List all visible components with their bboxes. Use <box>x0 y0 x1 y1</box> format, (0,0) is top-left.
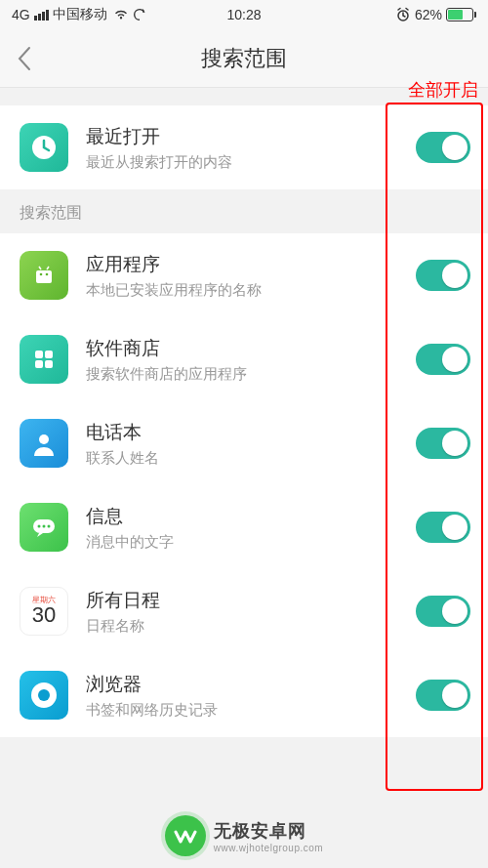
contact-icon <box>20 419 68 468</box>
item-title: 最近打开 <box>86 123 416 151</box>
item-store: 软件商店 搜索软件商店的应用程序 <box>0 317 488 401</box>
watermark-logo-icon <box>165 815 206 856</box>
svg-rect-5 <box>35 351 43 358</box>
toggle-browser[interactable] <box>416 680 470 711</box>
carrier-label: 中国移动 <box>53 6 107 23</box>
clock-icon <box>20 123 68 172</box>
svg-point-4 <box>46 273 49 276</box>
item-title: 软件商店 <box>86 335 416 363</box>
wifi-icon <box>113 9 129 21</box>
watermark-sub: www.wjhotelgroup.com <box>214 843 323 853</box>
section-header: 搜索范围 <box>0 189 488 233</box>
item-title: 浏览器 <box>86 671 416 699</box>
sync-icon <box>133 8 146 21</box>
svg-rect-7 <box>35 360 43 368</box>
svg-rect-6 <box>45 351 53 358</box>
signal-icon <box>34 10 49 21</box>
toggle-recent[interactable] <box>416 132 470 163</box>
item-messages: 信息 消息中的文字 <box>0 485 488 569</box>
annotation-label: 全部开启 <box>408 78 478 102</box>
status-time: 10:28 <box>167 7 322 22</box>
item-calendar: 星期六 30 所有日程 日程名称 <box>0 569 488 653</box>
item-browser: 浏览器 书签和网络历史记录 <box>0 653 488 737</box>
item-contacts: 电话本 联系人姓名 <box>0 401 488 485</box>
alarm-icon <box>395 7 411 22</box>
item-sub: 消息中的文字 <box>86 533 416 552</box>
svg-point-11 <box>38 525 41 528</box>
svg-point-9 <box>39 434 49 444</box>
calendar-date: 30 <box>32 604 56 626</box>
toggle-apps[interactable] <box>416 260 470 291</box>
watermark: 无极安卓网 www.wjhotelgroup.com <box>0 815 488 856</box>
item-recent: 最近打开 最近从搜索打开的内容 <box>0 105 488 189</box>
back-button[interactable] <box>0 29 49 88</box>
item-sub: 本地已安装应用程序的名称 <box>86 281 416 300</box>
status-bar: 4G 中国移动 10:28 62% <box>0 0 488 29</box>
item-sub: 书签和网络历史记录 <box>86 701 416 720</box>
item-title: 信息 <box>86 503 416 531</box>
watermark-main: 无极安卓网 <box>214 819 323 843</box>
page-title: 搜索范围 <box>0 44 488 73</box>
svg-rect-2 <box>36 270 52 283</box>
toggle-messages[interactable] <box>416 512 470 543</box>
chevron-left-icon <box>17 46 32 71</box>
item-title: 应用程序 <box>86 251 416 279</box>
signal-type: 4G <box>12 7 30 22</box>
browser-icon <box>20 671 68 720</box>
svg-rect-8 <box>45 360 53 368</box>
battery-pct: 62% <box>415 7 442 22</box>
item-title: 电话本 <box>86 419 416 447</box>
svg-point-15 <box>38 689 50 701</box>
battery-icon <box>446 8 476 21</box>
store-icon <box>20 335 68 384</box>
item-apps: 应用程序 本地已安装应用程序的名称 <box>0 233 488 317</box>
svg-point-13 <box>48 525 51 528</box>
message-icon <box>20 503 68 552</box>
svg-point-3 <box>40 273 43 276</box>
item-sub: 最近从搜索打开的内容 <box>86 153 416 172</box>
calendar-icon: 星期六 30 <box>20 587 68 636</box>
svg-point-12 <box>43 525 46 528</box>
item-sub: 日程名称 <box>86 617 416 636</box>
android-icon <box>20 251 68 300</box>
toggle-store[interactable] <box>416 344 470 375</box>
item-sub: 搜索软件商店的应用程序 <box>86 365 416 384</box>
toggle-calendar[interactable] <box>416 596 470 627</box>
toggle-contacts[interactable] <box>416 428 470 459</box>
item-title: 所有日程 <box>86 587 416 615</box>
item-sub: 联系人姓名 <box>86 449 416 468</box>
